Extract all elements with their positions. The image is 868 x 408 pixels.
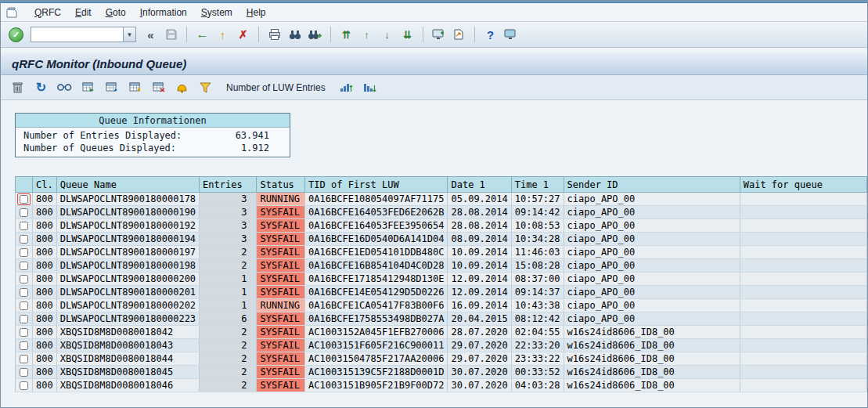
row-checkbox[interactable] (20, 328, 28, 337)
row-checkbox[interactable] (20, 341, 28, 350)
column-header-time[interactable]: Time 1 (511, 177, 564, 193)
cell-entries[interactable]: 2 (200, 352, 257, 366)
column-header-entries[interactable]: Entries (200, 177, 257, 193)
column-header-wait[interactable]: Wait for queue (740, 177, 866, 193)
row-checkbox[interactable] (20, 195, 28, 204)
menu-item-goto[interactable]: Goto (99, 5, 133, 20)
page-up-icon[interactable]: ↑ (358, 26, 376, 44)
cell-status[interactable]: SYSFAIL (257, 366, 305, 379)
row-checkbox[interactable] (20, 222, 28, 230)
cell-status[interactable]: SYSFAIL (257, 219, 305, 233)
menu-item-qrfc[interactable]: QRFC (27, 5, 68, 20)
save-icon[interactable] (162, 26, 180, 44)
cell-status[interactable]: SYSFAIL (257, 326, 305, 339)
menu-item-help[interactable]: Help (240, 5, 273, 20)
menu-item-edit[interactable]: Edit (68, 5, 99, 20)
row-select-cell[interactable] (16, 233, 33, 246)
delete-icon[interactable] (9, 78, 27, 96)
select-all-header[interactable] (16, 177, 33, 193)
cell-status[interactable]: SYSFAIL (257, 339, 305, 352)
cell-entries[interactable]: 1 (200, 299, 257, 312)
exit-icon[interactable]: ↑ (214, 26, 232, 44)
cell-entries[interactable]: 2 (200, 326, 257, 339)
row-checkbox[interactable] (20, 355, 28, 363)
cell-queue[interactable]: XBQSID8M8D0080018046 (56, 379, 199, 392)
sort-ascending-icon[interactable] (337, 78, 355, 96)
print-icon[interactable] (265, 26, 283, 44)
row-select-cell[interactable] (16, 366, 33, 379)
row-select-cell[interactable] (16, 339, 33, 352)
cell-status[interactable]: SYSFAIL (257, 312, 305, 326)
activate-queue-icon[interactable] (173, 78, 191, 96)
cell-status[interactable]: RUNNING (257, 299, 305, 312)
cancel-icon[interactable]: ✗ (234, 26, 252, 44)
back-icon[interactable]: ← (193, 26, 211, 44)
cell-status[interactable]: SYSFAIL (257, 206, 305, 219)
cell-queue[interactable]: DLWSAPOCLNT8900180000200 (56, 273, 199, 286)
cell-queue[interactable]: DLWSAPOCLNT8900180000223 (56, 312, 199, 326)
cell-entries[interactable]: 3 (200, 206, 257, 219)
command-dropdown-icon[interactable]: ▼ (123, 27, 136, 42)
row-select-cell[interactable] (16, 193, 33, 206)
column-header-queue[interactable]: Queue Name (56, 177, 199, 193)
execute-luw-icon[interactable] (79, 78, 97, 96)
column-header-status[interactable]: Status (257, 177, 305, 193)
cell-queue[interactable]: XBQSID8M8D0080018045 (56, 366, 199, 379)
cell-entries[interactable]: 3 (200, 193, 257, 206)
row-checkbox[interactable] (20, 248, 28, 257)
cell-queue[interactable]: DLWSAPOCLNT8900180000190 (56, 206, 199, 219)
column-header-cl[interactable]: Cl. (33, 177, 57, 193)
collapse-icon[interactable]: « (142, 26, 160, 44)
cell-entries[interactable]: 3 (200, 219, 257, 233)
page-down-icon[interactable]: ↓ (378, 26, 396, 44)
find-next-icon[interactable] (306, 26, 324, 44)
menu-item-information[interactable]: Information (133, 5, 194, 20)
column-header-tid[interactable]: TID of First LUW (305, 177, 448, 193)
cell-queue[interactable]: DLWSAPOCLNT8900180000194 (56, 233, 199, 246)
cell-status[interactable]: RUNNING (257, 193, 305, 206)
row-select-cell[interactable] (16, 286, 33, 299)
cell-entries[interactable]: 1 (200, 286, 257, 299)
cell-entries[interactable]: 2 (200, 246, 257, 259)
cell-status[interactable]: SYSFAIL (257, 379, 305, 392)
cell-queue[interactable]: DLWSAPOCLNT8900180000192 (56, 219, 199, 233)
cell-queue[interactable]: DLWSAPOCLNT8900180000198 (56, 259, 199, 273)
cell-entries[interactable]: 2 (200, 259, 257, 273)
cell-status[interactable]: SYSFAIL (257, 246, 305, 259)
menu-item-system[interactable]: System (194, 5, 240, 20)
help-icon[interactable]: ? (481, 26, 499, 44)
save-luw-icon[interactable] (126, 78, 144, 96)
row-checkbox[interactable] (20, 315, 28, 323)
row-select-cell[interactable] (16, 312, 33, 326)
row-checkbox[interactable] (20, 235, 28, 244)
number-of-luw-entries-button[interactable]: Number of LUW Entries (220, 80, 332, 96)
command-field[interactable] (31, 27, 123, 42)
cell-status[interactable]: SYSFAIL (257, 286, 305, 299)
new-session-icon[interactable] (430, 26, 448, 44)
column-header-sender[interactable]: Sender ID (564, 177, 740, 193)
cell-status[interactable]: SYSFAIL (257, 233, 305, 246)
cell-entries[interactable]: 2 (200, 379, 257, 392)
enter-icon[interactable]: ✓ (7, 26, 25, 44)
row-select-cell[interactable] (16, 379, 33, 392)
cell-entries[interactable]: 1 (200, 273, 257, 286)
cell-queue[interactable]: DLWSAPOCLNT8900180000201 (56, 286, 199, 299)
row-checkbox[interactable] (20, 262, 28, 270)
cell-status[interactable]: SYSFAIL (257, 259, 305, 273)
last-page-icon[interactable]: ⇊ (398, 26, 416, 44)
cell-queue[interactable]: DLWSAPOCLNT8900180000202 (56, 299, 199, 312)
row-select-cell[interactable] (16, 352, 33, 366)
cell-queue[interactable]: XBQSID8M8D0080018043 (56, 339, 199, 352)
row-select-cell[interactable] (16, 299, 33, 312)
cell-entries[interactable]: 2 (200, 339, 257, 352)
cell-queue[interactable]: DLWSAPOCLNT8900180000178 (56, 193, 199, 206)
debug-luw-icon[interactable] (103, 78, 121, 96)
row-select-cell[interactable] (16, 219, 33, 233)
sap-menu-icon[interactable] (5, 7, 18, 18)
row-select-cell[interactable] (16, 246, 33, 259)
filter-icon[interactable] (196, 78, 214, 96)
row-checkbox[interactable] (20, 275, 28, 283)
cell-status[interactable]: SYSFAIL (257, 352, 305, 366)
column-header-date[interactable]: Date 1 (448, 177, 511, 193)
find-icon[interactable] (286, 26, 304, 44)
